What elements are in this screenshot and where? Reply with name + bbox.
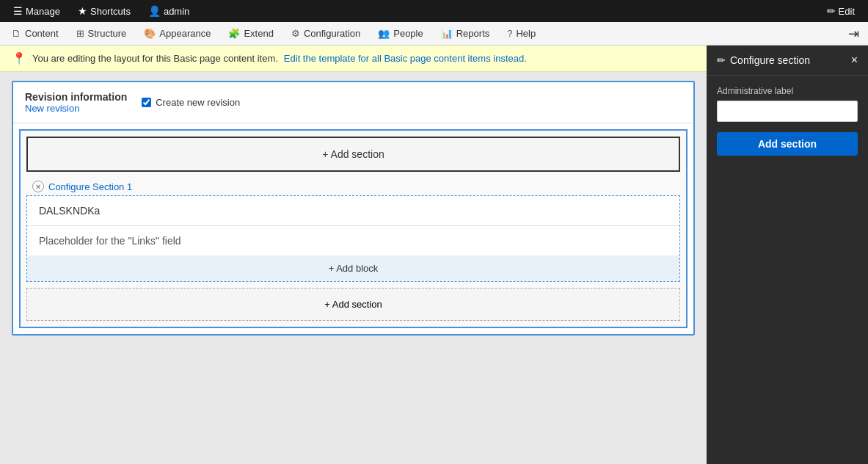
manage-menu[interactable]: ☰ Manage — [6, 0, 68, 22]
configure-section-link[interactable]: Configure Section 1 — [48, 181, 132, 192]
nav-help[interactable]: ? Help — [498, 22, 544, 45]
help-label: Help — [516, 28, 536, 39]
admin-bar: ☰ Manage ★ Shortcuts 👤 admin ✏ Edit — [0, 0, 868, 22]
panel-header: ✏ Configure section × — [707, 46, 868, 76]
nav-bar-right: ⇥ — [848, 26, 865, 42]
revision-checkbox-label[interactable]: Create new revision — [142, 97, 240, 108]
panel-admin-input[interactable] — [717, 101, 858, 122]
nav-structure[interactable]: ⊞ Structure — [68, 22, 136, 45]
revision-checkbox-text: Create new revision — [156, 97, 240, 108]
admin-user-menu[interactable]: 👤 admin — [141, 0, 197, 22]
extend-icon: 🧩 — [228, 28, 240, 39]
user-icon: 👤 — [148, 5, 161, 17]
panel-add-section-button[interactable]: Add section — [717, 132, 858, 156]
configuration-icon: ⚙ — [291, 28, 300, 39]
add-section-top-label: + Add section — [322, 148, 384, 160]
panel-body: Administrative label Add section — [707, 76, 868, 166]
placeholder-text: Placeholder for the "Links" field — [39, 235, 181, 247]
nav-content[interactable]: 🗋 Content — [3, 22, 68, 45]
add-section-bottom-label: + Add section — [324, 299, 382, 310]
content-icon: 🗋 — [12, 28, 21, 39]
configuration-label: Configuration — [304, 28, 360, 39]
info-pin-icon: 📍 — [12, 51, 26, 65]
section-block-text: DALSKNDKa — [39, 205, 100, 217]
admin-bar-right: ✏ Edit — [820, 5, 862, 17]
appearance-label: Appearance — [159, 28, 211, 39]
placeholder-block: Placeholder for the "Links" field — [27, 226, 679, 255]
info-banner-text: You are editing the layout for this Basi… — [32, 53, 278, 64]
edit-label: Edit — [839, 6, 855, 17]
edit-button[interactable]: ✏ Edit — [820, 5, 862, 17]
add-section-bottom-button[interactable]: + Add section — [26, 288, 680, 321]
nav-appearance[interactable]: 🎨 Appearance — [135, 22, 219, 45]
inner-layout: + Add section ✕ Configure Section 1 DALS… — [19, 129, 688, 328]
section-content-box: DALSKNDKa Placeholder for the "Links" fi… — [26, 195, 680, 282]
people-icon: 👥 — [378, 28, 390, 39]
panel-title: ✏ Configure section — [717, 54, 810, 66]
content-label: Content — [25, 28, 59, 39]
manage-label: Manage — [26, 6, 60, 17]
configure-section-row: ✕ Configure Section 1 — [26, 178, 680, 195]
section-block: DALSKNDKa — [27, 196, 679, 226]
hamburger-icon: ☰ — [13, 5, 23, 17]
panel-title-text: Configure section — [730, 54, 810, 66]
admin-label: admin — [164, 6, 189, 17]
main-content: 📍 You are editing the layout for this Ba… — [0, 46, 868, 464]
add-block-button[interactable]: + Add block — [27, 255, 679, 281]
extend-label: Extend — [244, 28, 273, 39]
shortcuts-menu[interactable]: ★ Shortcuts — [70, 0, 138, 22]
add-block-label: + Add block — [329, 263, 379, 274]
nav-extend[interactable]: 🧩 Extend — [219, 22, 282, 45]
info-banner: 📍 You are editing the layout for this Ba… — [0, 46, 707, 72]
nav-people[interactable]: 👥 People — [369, 22, 431, 45]
revision-section: Revision information New revision Create… — [13, 82, 693, 123]
revision-link[interactable]: New revision — [25, 103, 127, 114]
nav-configuration[interactable]: ⚙ Configuration — [282, 22, 369, 45]
edit-area: 📍 You are editing the layout for this Ba… — [0, 46, 707, 464]
nav-bar: 🗋 Content ⊞ Structure 🎨 Appearance 🧩 Ext… — [0, 22, 868, 46]
panel-close-button[interactable]: × — [851, 54, 858, 66]
nav-collapse-icon[interactable]: ⇥ — [848, 26, 859, 42]
add-section-top-button[interactable]: + Add section — [26, 137, 680, 172]
reports-label: Reports — [456, 28, 490, 39]
pencil-icon: ✏ — [827, 5, 836, 17]
revision-checkbox-input[interactable] — [142, 98, 151, 107]
help-icon: ? — [507, 28, 512, 39]
structure-icon: ⊞ — [76, 28, 84, 39]
configure-section-panel: ✏ Configure section × Administrative lab… — [707, 46, 868, 464]
appearance-icon: 🎨 — [144, 28, 156, 39]
structure-label: Structure — [88, 28, 127, 39]
layout-container: Revision information New revision Create… — [12, 81, 695, 336]
remove-section-icon[interactable]: ✕ — [32, 181, 44, 192]
people-label: People — [393, 28, 423, 39]
panel-admin-label: Administrative label — [717, 86, 858, 96]
revision-left: Revision information New revision — [25, 91, 127, 114]
shortcuts-label: Shortcuts — [90, 6, 131, 17]
revision-title: Revision information — [25, 91, 127, 103]
nav-reports[interactable]: 📊 Reports — [432, 22, 499, 45]
pencil-panel-icon: ✏ — [717, 54, 726, 66]
star-icon: ★ — [78, 5, 87, 17]
reports-icon: 📊 — [441, 28, 453, 39]
info-banner-link[interactable]: Edit the template for all Basic page con… — [284, 53, 527, 64]
